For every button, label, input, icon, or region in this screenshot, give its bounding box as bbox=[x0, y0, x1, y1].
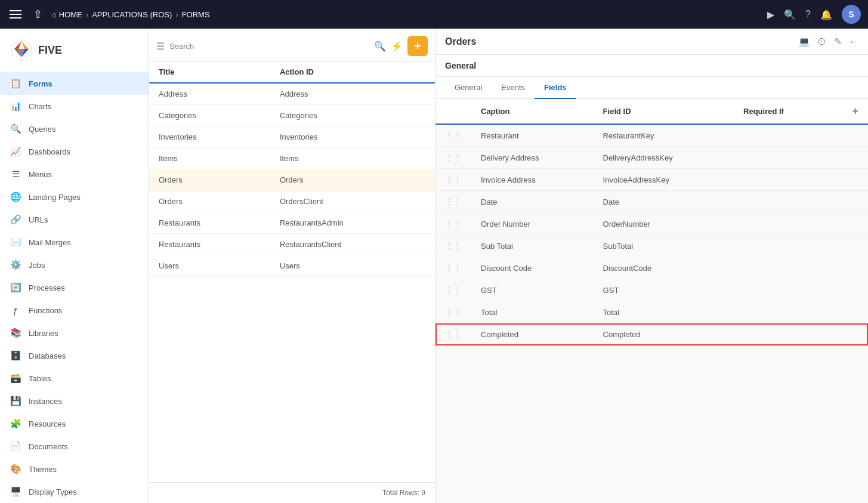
field-caption-cell: Invoice Address bbox=[471, 169, 594, 191]
mail-merges-label: Mail Merges bbox=[29, 238, 71, 247]
menus-label: Menus bbox=[29, 170, 52, 179]
sidebar-item-jobs[interactable]: ⚙️ Jobs bbox=[0, 254, 149, 276]
home-icon[interactable]: ⌂ HOME bbox=[52, 10, 82, 19]
sidebar-item-libraries[interactable]: 📚 Libraries bbox=[0, 322, 149, 344]
sidebar-item-mail-merges[interactable]: ✉️ Mail Merges bbox=[0, 231, 149, 254]
sidebar-item-urls[interactable]: 🔗 URLs bbox=[0, 208, 149, 231]
table-row[interactable]: ⋮⋮ GST GST bbox=[435, 279, 868, 301]
field-action-cell bbox=[828, 257, 868, 279]
fields-table-header: Caption Field ID Required If + bbox=[435, 99, 868, 124]
field-caption-cell: Total bbox=[471, 301, 594, 323]
functions-icon: ƒ bbox=[10, 304, 21, 316]
documents-icon: 📄 bbox=[10, 440, 21, 452]
avatar[interactable]: S bbox=[842, 5, 861, 24]
lightning-icon[interactable]: ⚡ bbox=[391, 41, 403, 52]
table-row[interactable]: ⋮⋮ Discount Code DiscountCode bbox=[435, 257, 868, 279]
col-add[interactable]: + bbox=[828, 99, 868, 124]
nav-up-button[interactable]: ⇧ bbox=[29, 5, 47, 23]
breadcrumb-applications[interactable]: APPLICATIONS (ROS) bbox=[92, 10, 172, 19]
drag-icon: ⋮⋮ bbox=[445, 219, 462, 229]
table-row[interactable]: ⋮⋮ Order Number OrderNumber bbox=[435, 213, 868, 235]
col-drag bbox=[435, 99, 471, 124]
forms-icon: 📋 bbox=[10, 78, 21, 90]
form-title-cell: Orders bbox=[149, 169, 270, 191]
databases-icon: 🗄️ bbox=[10, 350, 21, 362]
table-row[interactable]: ⋮⋮ Date Date bbox=[435, 191, 868, 213]
field-id-cell: Date bbox=[594, 191, 734, 213]
play-icon[interactable]: ▶ bbox=[767, 9, 774, 20]
sidebar-item-databases[interactable]: 🗄️ Databases bbox=[0, 344, 149, 367]
search-input[interactable] bbox=[169, 42, 369, 51]
table-row[interactable]: ⋮⋮ Sub Total SubTotal bbox=[435, 235, 868, 257]
form-action-id-cell: RestaurantsClient bbox=[270, 234, 435, 255]
help-icon[interactable]: ? bbox=[805, 9, 811, 20]
table-row[interactable]: ⋮⋮ Total Total bbox=[435, 301, 868, 323]
edit-icon[interactable]: ✎ bbox=[834, 36, 842, 47]
history-icon[interactable]: ⏲ bbox=[817, 36, 827, 47]
themes-icon: 🎨 bbox=[10, 463, 21, 475]
field-id-cell: DiscountCode bbox=[594, 257, 734, 279]
breadcrumb-forms[interactable]: FORMS bbox=[182, 10, 210, 19]
add-field-button[interactable]: + bbox=[852, 105, 858, 117]
add-form-button[interactable]: + bbox=[407, 36, 428, 56]
sidebar-item-charts[interactable]: 📊 Charts bbox=[0, 95, 149, 118]
table-row[interactable]: ⋮⋮ Delivery Address DeliveryAddressKey bbox=[435, 147, 868, 169]
table-row[interactable]: Restaurants RestaurantsAdmin bbox=[149, 212, 435, 234]
drag-handle: ⋮⋮ bbox=[435, 235, 471, 257]
fields-table: Caption Field ID Required If + ⋮⋮ Restau… bbox=[435, 99, 868, 503]
tab-events[interactable]: Events bbox=[492, 77, 535, 99]
col-field-id: Field ID bbox=[594, 99, 734, 124]
table-row[interactable]: ⋮⋮ Completed Completed bbox=[435, 323, 868, 345]
sidebar-item-display-types[interactable]: 🖥️ Display Types bbox=[0, 480, 149, 503]
tab-fields[interactable]: Fields bbox=[535, 77, 576, 99]
table-row[interactable]: Categories Categories bbox=[149, 105, 435, 126]
sidebar-item-processes[interactable]: 🔄 Processes bbox=[0, 276, 149, 299]
table-row[interactable]: Items Items bbox=[149, 148, 435, 169]
tables-label: Tables bbox=[29, 374, 51, 383]
sidebar-item-functions[interactable]: ƒ Functions bbox=[0, 299, 149, 322]
field-caption-cell: GST bbox=[471, 279, 594, 301]
sidebar-item-instances[interactable]: 💾 Instances bbox=[0, 390, 149, 412]
breadcrumb-home[interactable]: HOME bbox=[59, 10, 82, 19]
field-action-cell bbox=[828, 124, 868, 147]
hamburger-menu[interactable] bbox=[7, 8, 24, 21]
field-id-cell: RestaurantKey bbox=[594, 124, 734, 147]
sidebar-item-landing-pages[interactable]: 🌐 Landing Pages bbox=[0, 186, 149, 208]
sidebar-item-themes[interactable]: 🎨 Themes bbox=[0, 458, 149, 480]
table-row[interactable]: ⋮⋮ Restaurant RestaurantKey bbox=[435, 124, 868, 147]
field-id-cell: SubTotal bbox=[594, 235, 734, 257]
detail-header: Orders 💻 ⏲ ✎ ← bbox=[435, 29, 868, 55]
table-row[interactable]: Orders OrdersClient bbox=[149, 191, 435, 212]
field-action-cell bbox=[828, 191, 868, 213]
back-icon[interactable]: ← bbox=[849, 36, 858, 47]
search-icon[interactable]: 🔍 bbox=[374, 41, 386, 52]
form-title-cell: Restaurants bbox=[149, 234, 270, 255]
sidebar-item-menus[interactable]: ☰ Menus bbox=[0, 163, 149, 186]
table-row[interactable]: Inventories Inventories bbox=[149, 126, 435, 148]
table-row[interactable]: Orders Orders bbox=[149, 169, 435, 191]
tab-general[interactable]: General bbox=[445, 77, 492, 99]
drag-handle: ⋮⋮ bbox=[435, 323, 471, 345]
form-action-id-cell: Orders bbox=[270, 169, 435, 191]
table-row[interactable]: Users Users bbox=[149, 255, 435, 277]
sidebar-item-resources[interactable]: 🧩 Resources bbox=[0, 412, 149, 435]
sidebar-item-dashboards[interactable]: 📈 Dashboards bbox=[0, 140, 149, 163]
filter-icon[interactable]: ☰ bbox=[156, 41, 165, 52]
notifications-icon[interactable]: 🔔 bbox=[820, 9, 832, 20]
drag-icon: ⋮⋮ bbox=[445, 329, 462, 339]
col-required-if: Required If bbox=[734, 99, 828, 124]
topnav-actions: ▶ 🔍 ? 🔔 S bbox=[767, 5, 861, 24]
table-row[interactable]: ⋮⋮ Invoice Address InvoiceAddressKey bbox=[435, 169, 868, 191]
sidebar-item-queries[interactable]: 🔍 Queries bbox=[0, 118, 149, 140]
sidebar-item-forms[interactable]: 📋 Forms bbox=[0, 72, 149, 95]
sidebar-item-tables[interactable]: 🗃️ Tables bbox=[0, 367, 149, 390]
forms-toolbar: ☰ 🔍 ⚡ + bbox=[149, 29, 435, 61]
monitor-icon[interactable]: 💻 bbox=[798, 36, 810, 47]
resources-label: Resources bbox=[29, 419, 66, 428]
search-nav-icon[interactable]: 🔍 bbox=[784, 9, 796, 20]
table-row[interactable]: Address Address bbox=[149, 83, 435, 105]
sidebar-item-documents[interactable]: 📄 Documents bbox=[0, 435, 149, 458]
databases-label: Databases bbox=[29, 351, 66, 360]
table-row[interactable]: Restaurants RestaurantsClient bbox=[149, 234, 435, 255]
logo: FIVE bbox=[0, 29, 149, 67]
